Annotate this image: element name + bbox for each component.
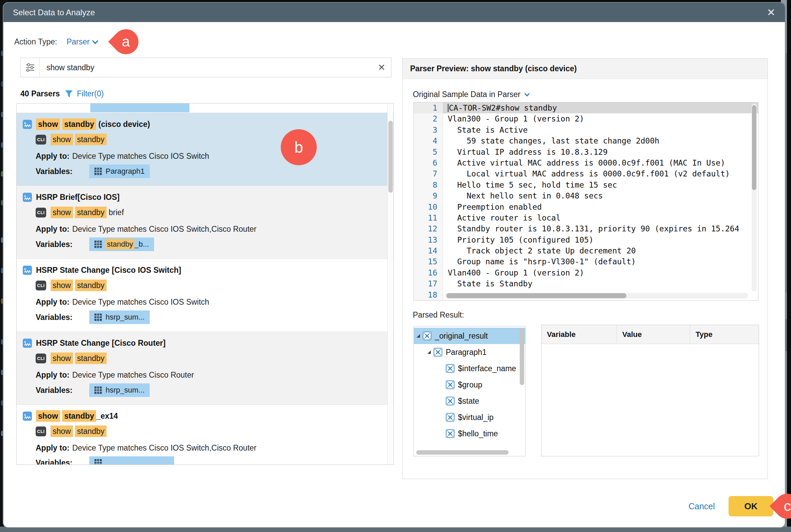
tree-node[interactable]: $state <box>414 393 525 409</box>
tree-node[interactable]: $group <box>414 377 525 393</box>
funnel-icon <box>65 90 73 98</box>
code-line[interactable]: 3 State is Active <box>414 125 758 135</box>
code-line[interactable]: 16Vlan400 - Group 1 (version 2) <box>414 267 758 278</box>
code-line[interactable]: 7 Local virtual MAC address is 0000.0c9f… <box>414 168 758 179</box>
tree-node[interactable]: Paragraph1 <box>414 344 525 360</box>
scrollbar-thumb[interactable] <box>520 328 524 385</box>
code-line[interactable]: 15 Group name is "hsrp-Vl300-1" (default… <box>414 256 758 267</box>
highlighted-text: show standby <box>51 354 107 363</box>
action-type-row: Action Type: Parser <box>14 34 97 50</box>
code-line[interactable]: 13 Priority 105 (configured 105) <box>414 234 758 245</box>
highlighted-text: show standby_ex14 <box>36 412 118 421</box>
variable-chip[interactable]: hsrp_sum... <box>89 383 150 397</box>
parser-icon <box>23 120 32 129</box>
code-line[interactable]: 6 Active virtual MAC address is 0000.0c9… <box>414 157 758 168</box>
code-line[interactable]: 11 Active router is local <box>414 212 758 223</box>
scrollbar-thumb[interactable] <box>446 293 626 298</box>
tree-node-label: $interface_name <box>458 364 516 373</box>
scrollbar-thumb[interactable] <box>388 121 393 193</box>
variable-chip[interactable] <box>89 456 174 465</box>
tree-horizontal-scrollbar[interactable] <box>416 450 517 455</box>
code-line[interactable]: 4 59 state changes, last state change 2d… <box>414 135 758 146</box>
screen: Select Data to Analyze ✕ Action Type: Pa… <box>0 0 791 532</box>
code-line[interactable]: 17 State is Standby <box>414 278 758 289</box>
tree-vertical-scrollbar[interactable] <box>520 328 524 454</box>
cancel-button[interactable]: Cancel <box>688 496 715 516</box>
scrollbar-thumb[interactable] <box>752 105 756 190</box>
tree-node-label: _original_result <box>435 331 488 341</box>
highlighted-text: HSRP Brief[Cisco IOS] <box>36 193 119 202</box>
parser-cli-row: CLIshow standby <box>36 281 107 290</box>
parser-item-partial[interactable] <box>17 103 393 113</box>
sample-data-dropdown[interactable]: Original Sample Data in Parser <box>413 90 529 99</box>
line-number: 16 <box>414 267 443 278</box>
parser-cli-row: CLIshow standby <box>36 135 107 145</box>
cli-badge: CLI <box>36 426 46 436</box>
close-icon[interactable]: ✕ <box>767 7 775 18</box>
line-text: Local virtual MAC address is 0000.0c9f.f… <box>443 168 758 179</box>
variable-icon <box>446 397 455 405</box>
parser-title-row: show standby (cisco device) <box>23 120 150 129</box>
background-window-edge <box>0 527 791 532</box>
action-type-label: Action Type: <box>14 37 57 46</box>
line-text: Next hello sent in 0.048 secs <box>443 190 758 201</box>
line-text: Active virtual MAC address is 0000.0c9f.… <box>443 157 758 168</box>
clear-search-icon[interactable]: ✕ <box>372 58 391 77</box>
table-header-type[interactable]: Type <box>690 325 759 344</box>
highlighted-text: show standby <box>51 427 107 436</box>
code-line[interactable]: 8 Hello time 5 sec, hold time 15 sec <box>414 179 758 190</box>
line-text: Active router is local <box>443 212 758 223</box>
table-grid-icon <box>94 241 102 248</box>
code-line[interactable]: 9 Next hello sent in 0.048 secs <box>414 190 758 201</box>
parser-icon <box>23 412 32 421</box>
line-text: Virtual IP address is 10.8.3.129 <box>443 147 758 157</box>
tree-node[interactable]: _original_result <box>414 328 525 344</box>
parser-list-item[interactable]: HSRP State Change [Cisco Router]CLIshow … <box>17 332 393 405</box>
code-line[interactable]: 10 Preemption enabled <box>414 202 758 212</box>
code-line[interactable]: 12 Standby router is 10.8.3.131, priorit… <box>414 223 758 234</box>
annotation-letter: c <box>784 499 791 513</box>
advanced-search-button[interactable] <box>21 58 40 77</box>
line-text: 59 state changes, last state change 2d00… <box>443 135 758 146</box>
tree-node[interactable]: $virtual_ip <box>414 409 525 425</box>
tree-expander-icon[interactable] <box>417 334 420 338</box>
line-number: 3 <box>414 125 443 135</box>
action-type-dropdown[interactable]: Parser <box>67 37 97 46</box>
select-data-dialog: Select Data to Analyze ✕ Action Type: Pa… <box>3 3 785 527</box>
table-header-value[interactable]: Value <box>617 325 690 344</box>
code-line[interactable]: 2Vlan300 - Group 1 (version 2) <box>414 113 758 124</box>
code-line[interactable]: 1CA-TOR-SW2#show standby <box>414 102 758 113</box>
variable-chip[interactable]: standby_b... <box>89 238 154 251</box>
parser-cli-row: CLIshow standby <box>36 354 107 363</box>
highlighted-text: standby_b... <box>106 240 149 249</box>
tree-node-label: Paragraph1 <box>446 348 486 357</box>
variables-row: Variables: standby_b... <box>36 238 154 251</box>
scrollbar-thumb[interactable] <box>416 450 509 455</box>
filter-link[interactable]: Filter(0) <box>65 89 104 98</box>
parser-list-item[interactable]: HSRP State Change [Cisco IOS Switch]CLIs… <box>17 259 393 332</box>
code-vertical-scrollbar[interactable] <box>752 104 757 291</box>
code-horizontal-scrollbar[interactable] <box>445 293 748 299</box>
parser-list-scrollbar[interactable] <box>387 104 393 464</box>
apply-to-row: Apply to:Device Type matches Cisco IOS S… <box>36 443 256 453</box>
search-input[interactable] <box>40 58 372 77</box>
parser-list-item[interactable]: show standby_ex14CLIshow standbyApply to… <box>17 405 393 465</box>
parsed-result-tree: _original_result Paragraph1 $interface_n… <box>413 326 526 456</box>
tree-node[interactable]: $hello_time <box>414 425 525 442</box>
tree-node[interactable]: $interface_name <box>414 360 525 377</box>
table-header-variable[interactable]: Variable <box>541 325 617 344</box>
highlighted-text: hsrp_sum... <box>106 386 145 395</box>
line-number: 4 <box>414 135 443 146</box>
ok-button[interactable]: OK <box>729 496 773 516</box>
tree-expander-icon[interactable] <box>427 350 431 354</box>
variable-table: VariableValueType <box>541 325 759 456</box>
code-line[interactable]: 5 Virtual IP address is 10.8.3.129 <box>414 147 758 157</box>
variables-row: Variables: hsrp_sum... <box>36 383 150 397</box>
line-text: CA-TOR-SW2#show standby <box>443 102 758 113</box>
variable-chip[interactable]: hsrp_sum... <box>89 310 150 324</box>
parser-list-item[interactable]: show standby (cisco device)CLIshow stand… <box>17 113 393 186</box>
parser-list-item[interactable]: HSRP Brief[Cisco IOS]CLIshow standby bri… <box>17 186 393 259</box>
code-line[interactable]: 14 Track object 2 state Up decrement 20 <box>414 245 758 256</box>
variable-chip[interactable]: Paragraph1 <box>89 165 150 178</box>
parsed-result-label: Parsed Result: <box>413 310 464 320</box>
